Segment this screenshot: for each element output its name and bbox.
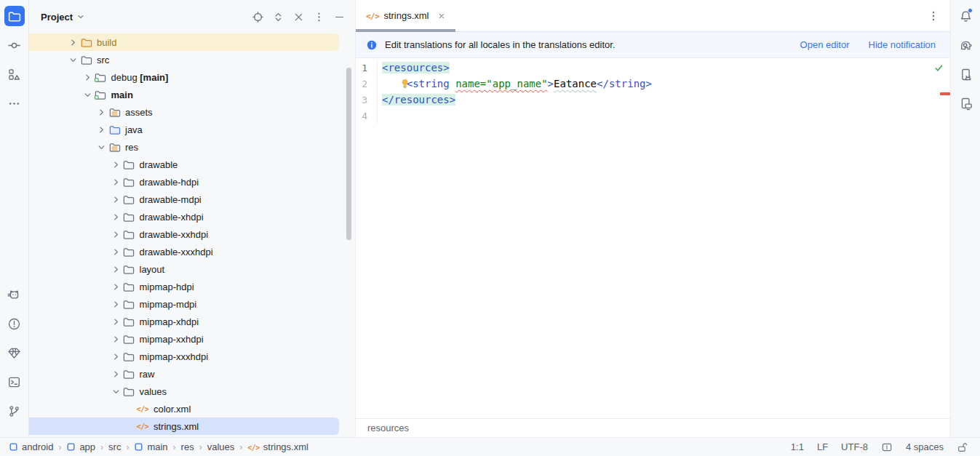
- toolwindow-button-commit[interactable]: [4, 35, 25, 55]
- running-devices-icon: [959, 97, 973, 111]
- breadcrumb-values[interactable]: values: [207, 441, 235, 452]
- expand-all-button[interactable]: [271, 9, 285, 24]
- tab-strings-xml[interactable]: </> strings.xml: [356, 0, 455, 31]
- tree-item-java[interactable]: java: [29, 121, 339, 138]
- chevron-right-icon[interactable]: [110, 211, 122, 223]
- tree-item-drawable-mdpi[interactable]: drawable-mdpi: [29, 191, 339, 208]
- locate-file-button[interactable]: [250, 9, 265, 24]
- tree-item-mipmap-xxhdpi[interactable]: mipmap-xxhdpi: [29, 330, 339, 348]
- chevron-right-icon[interactable]: [95, 106, 108, 119]
- tree-item-drawable-xhdpi[interactable]: drawable-xhdpi: [29, 208, 339, 225]
- line-number[interactable]: 2: [356, 76, 378, 92]
- toolwindow-button-notifications[interactable]: [955, 6, 976, 26]
- hide-panel-button[interactable]: [332, 9, 346, 24]
- line-number[interactable]: 3: [356, 92, 378, 108]
- breadcrumb-app[interactable]: app: [66, 441, 95, 452]
- code-editor[interactable]: 1<resources>2 <string name="app_name">Ea…: [356, 58, 950, 418]
- toolwindow-button-device-manager[interactable]: [955, 64, 976, 84]
- inspections-ok-check-icon[interactable]: [933, 63, 944, 73]
- chevron-down-icon[interactable]: [76, 12, 86, 22]
- chevron-down-icon[interactable]: [95, 141, 108, 153]
- tree-item-assets[interactable]: assets: [29, 103, 339, 121]
- line-number[interactable]: 1: [356, 60, 378, 76]
- toolwindow-button-terminal[interactable]: [4, 372, 25, 392]
- chevron-down-icon[interactable]: [110, 385, 122, 398]
- line-number[interactable]: 4: [356, 108, 378, 124]
- open-editor-link[interactable]: Open editor: [800, 39, 850, 50]
- status-widget-line-separator[interactable]: LF: [817, 441, 828, 452]
- tree-item-build[interactable]: build: [29, 33, 339, 51]
- toolwindow-button-running-devices[interactable]: [955, 93, 976, 113]
- tree-item-raw[interactable]: raw: [29, 365, 339, 383]
- tree-item-main[interactable]: main: [29, 86, 339, 103]
- chevron-right-icon[interactable]: [110, 316, 122, 328]
- chevron-right-icon[interactable]: [67, 36, 79, 49]
- tree-item-drawable-xxxhdpi[interactable]: drawable-xxxhdpi: [29, 243, 339, 260]
- toolwindow-button-logcat[interactable]: [4, 284, 25, 305]
- tree-item-mipmap-xhdpi[interactable]: mipmap-xhdpi: [29, 313, 339, 330]
- chevron-right-icon[interactable]: [110, 176, 122, 188]
- status-widget-indent-style[interactable]: 4 spaces: [906, 441, 944, 452]
- lightbulb-icon[interactable]: [399, 78, 410, 89]
- code-line-4[interactable]: 4: [356, 108, 950, 124]
- tree-item-src[interactable]: src: [29, 51, 339, 68]
- status-widget-readonly-toggle[interactable]: [957, 441, 968, 453]
- chevron-right-icon[interactable]: [110, 159, 122, 171]
- chevron-right-icon[interactable]: [110, 228, 122, 241]
- tree-item-res[interactable]: res: [29, 138, 339, 156]
- project-panel-title[interactable]: Project: [41, 12, 73, 23]
- status-widget-inspection-widget[interactable]: [881, 441, 893, 453]
- toolwindow-button-project[interactable]: [4, 6, 25, 26]
- breadcrumb-res[interactable]: res: [181, 441, 194, 452]
- tree-item-drawable[interactable]: drawable: [29, 156, 339, 173]
- xml-file-icon: </>: [247, 441, 260, 452]
- close-icon[interactable]: [437, 11, 447, 21]
- tree-item-color-xml[interactable]: </>color.xml: [29, 400, 339, 417]
- toolwindow-button-more-tool-windows[interactable]: [4, 93, 25, 113]
- hide-notification-link[interactable]: Hide notification: [869, 39, 936, 50]
- tree-item-strings-xml[interactable]: </>strings.xml: [29, 417, 339, 435]
- breadcrumb-main[interactable]: main: [134, 441, 167, 452]
- tree-item-drawable-hdpi[interactable]: drawable-hdpi: [29, 173, 339, 191]
- tree-item-mipmap-xxxhdpi[interactable]: mipmap-xxxhdpi: [29, 348, 339, 365]
- project-tree-scrollbar[interactable]: [346, 68, 351, 240]
- tree-item-mipmap-hdpi[interactable]: mipmap-hdpi: [29, 278, 339, 295]
- toolwindow-button-gradle[interactable]: [955, 35, 976, 55]
- toolwindow-button-app-quality-insights[interactable]: [4, 343, 25, 363]
- chevron-right-icon[interactable]: [110, 193, 122, 206]
- device-manager-icon: [959, 68, 973, 81]
- code-line-3[interactable]: 3</resources>: [356, 92, 950, 108]
- breadcrumb-android[interactable]: android: [9, 441, 53, 452]
- code-line-1[interactable]: 1<resources>: [356, 60, 950, 76]
- chevron-down-icon[interactable]: [81, 89, 94, 101]
- chevron-right-icon[interactable]: [110, 298, 122, 311]
- code-line-2[interactable]: 2 <string name="app_name">Eatance</strin…: [356, 76, 950, 92]
- toolwindow-button-problems[interactable]: [4, 313, 25, 334]
- toolwindow-button-version-control[interactable]: [4, 401, 25, 421]
- tree-item-drawable-xxhdpi[interactable]: drawable-xxhdpi: [29, 225, 339, 243]
- breadcrumb-strings-xml[interactable]: </>strings.xml: [247, 441, 308, 452]
- chevron-right-icon[interactable]: [81, 71, 94, 84]
- folder-plain-icon: [122, 158, 135, 171]
- chevron-down-icon[interactable]: [67, 54, 79, 66]
- chevron-right-icon[interactable]: [110, 368, 122, 380]
- chevron-right-icon[interactable]: [110, 263, 122, 276]
- breadcrumb-src[interactable]: src: [108, 441, 121, 452]
- chevron-right-icon[interactable]: [95, 124, 108, 136]
- options-button[interactable]: [311, 9, 326, 24]
- chevron-right-icon[interactable]: [110, 281, 122, 293]
- tree-item-layout[interactable]: layout: [29, 260, 339, 278]
- editor-options-kebab-icon[interactable]: [927, 9, 940, 23]
- breadcrumb-resources[interactable]: resources: [367, 423, 409, 433]
- chevron-right-icon[interactable]: [110, 351, 122, 363]
- collapse-all-button[interactable]: [291, 9, 306, 24]
- status-widget-file-encoding[interactable]: UTF-8: [841, 441, 868, 452]
- status-widget-caret-position[interactable]: 1:1: [791, 441, 804, 452]
- error-stripe-mark[interactable]: [940, 92, 950, 95]
- tree-item-debug[interactable]: debug [main]: [29, 68, 339, 86]
- tree-item-values[interactable]: values: [29, 383, 339, 400]
- chevron-right-icon[interactable]: [110, 333, 122, 345]
- toolwindow-button-structure[interactable]: [4, 64, 25, 84]
- chevron-right-icon[interactable]: [110, 246, 122, 258]
- tree-item-mipmap-mdpi[interactable]: mipmap-mdpi: [29, 295, 339, 313]
